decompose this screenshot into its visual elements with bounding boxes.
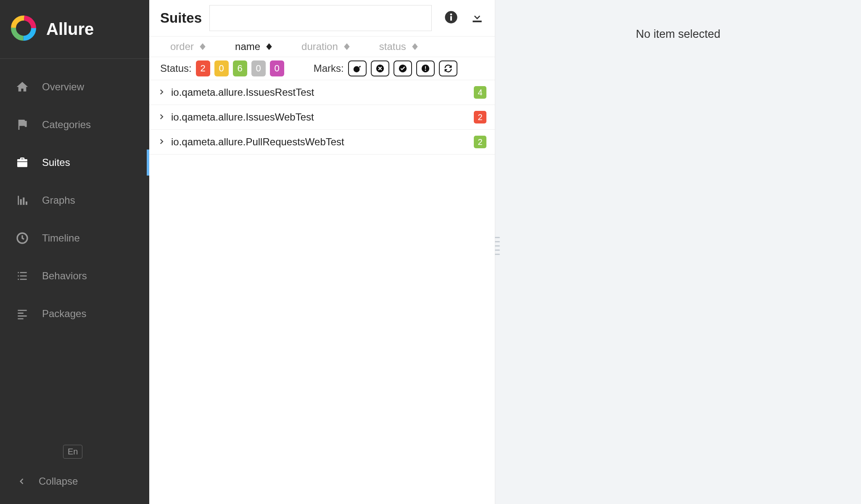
check-circle-icon — [398, 64, 407, 73]
sort-label: duration — [301, 41, 338, 52]
suite-count-badge: 2 — [474, 111, 486, 123]
mark-alert-button[interactable] — [416, 60, 435, 76]
flag-icon — [15, 118, 29, 132]
sort-by-status[interactable]: status — [379, 41, 418, 52]
sidebar-item-label: Categories — [42, 119, 91, 131]
language-selector[interactable]: En — [63, 445, 82, 459]
sort-label: name — [235, 41, 260, 52]
info-icon[interactable] — [444, 10, 458, 26]
bar-chart-icon — [15, 193, 29, 207]
suite-row[interactable]: io.qameta.allure.PullRequestsWebTest 2 — [149, 130, 495, 155]
svg-rect-12 — [425, 66, 426, 69]
svg-point-13 — [425, 70, 426, 71]
sidebar-item-timeline[interactable]: Timeline — [0, 219, 149, 257]
sidebar-item-label: Packages — [42, 308, 86, 320]
sidebar-item-behaviors[interactable]: Behaviors — [0, 257, 149, 295]
chevron-right-icon — [158, 111, 165, 123]
sidebar-item-label: Graphs — [42, 194, 75, 206]
sort-by-order[interactable]: order — [170, 41, 206, 52]
alert-circle-icon — [421, 64, 430, 73]
mark-flaky-button[interactable] — [348, 60, 367, 76]
svg-point-8 — [354, 66, 360, 73]
close-circle-icon — [375, 64, 385, 73]
status-chip-broken[interactable]: 0 — [214, 60, 229, 76]
suite-name: io.qameta.allure.IssuesWebTest — [171, 111, 474, 123]
sort-caret-icon — [200, 43, 206, 50]
brand-logo-icon — [10, 15, 37, 44]
briefcase-icon — [15, 155, 29, 170]
sidebar-item-overview[interactable]: Overview — [0, 68, 149, 106]
sort-label: order — [170, 41, 194, 52]
sidebar-item-packages[interactable]: Packages — [0, 295, 149, 333]
suite-row[interactable]: io.qameta.allure.IssuesWebTest 2 — [149, 105, 495, 130]
mark-retry-button[interactable] — [439, 60, 457, 76]
clock-icon — [15, 231, 29, 245]
chevron-left-icon — [18, 477, 26, 486]
sort-caret-icon — [344, 43, 350, 50]
marks-label: Marks: — [314, 63, 344, 74]
svg-point-6 — [450, 13, 452, 15]
resize-handle-icon[interactable] — [495, 235, 500, 256]
suites-header: Suites — [149, 0, 495, 37]
suite-tree: io.qameta.allure.IssuesRestTest 4 io.qam… — [149, 80, 495, 155]
svg-rect-7 — [450, 16, 452, 21]
sort-row: order name duration status — [149, 37, 495, 57]
sidebar: Allure Overview Categories Suites — [0, 0, 149, 504]
status-label: Status: — [160, 63, 192, 74]
collapse-sidebar-button[interactable]: Collapse — [0, 475, 149, 487]
sidebar-item-label: Behaviors — [42, 270, 87, 282]
sidebar-item-suites[interactable]: Suites — [0, 144, 149, 181]
detail-empty-message: No item selected — [636, 28, 720, 41]
sort-caret-icon — [266, 43, 272, 50]
sort-by-name[interactable]: name — [235, 41, 272, 52]
brand[interactable]: Allure — [0, 0, 149, 59]
status-chip-unknown[interactable]: 0 — [270, 60, 284, 76]
sidebar-item-graphs[interactable]: Graphs — [0, 181, 149, 219]
sidebar-item-categories[interactable]: Categories — [0, 106, 149, 144]
suite-count-badge: 2 — [474, 136, 486, 148]
status-chip-failed[interactable]: 2 — [196, 60, 210, 76]
collapse-label: Collapse — [39, 475, 78, 487]
status-chip-passed[interactable]: 6 — [233, 60, 247, 76]
mark-passed-button[interactable] — [394, 60, 412, 76]
chevron-right-icon — [158, 136, 165, 148]
sort-by-duration[interactable]: duration — [301, 41, 350, 52]
download-icon[interactable] — [470, 10, 484, 26]
suite-name: io.qameta.allure.IssuesRestTest — [171, 87, 474, 98]
suite-name: io.qameta.allure.PullRequestsWebTest — [171, 136, 474, 148]
sidebar-item-label: Timeline — [42, 232, 80, 244]
refresh-icon — [444, 64, 453, 73]
bomb-icon — [353, 64, 362, 73]
nav: Overview Categories Suites Graphs — [0, 59, 149, 333]
search-input[interactable] — [209, 5, 432, 31]
home-icon — [15, 80, 29, 94]
list-icon — [15, 269, 29, 283]
suite-count-badge: 4 — [474, 86, 486, 99]
page-title: Suites — [160, 10, 202, 26]
align-left-icon — [15, 307, 29, 321]
suites-panel: Suites order name duratio — [149, 0, 495, 504]
suite-row[interactable]: io.qameta.allure.IssuesRestTest 4 — [149, 80, 495, 105]
chevron-right-icon — [158, 87, 165, 98]
filter-row: Status: 2 0 6 0 0 Marks: — [149, 57, 495, 80]
sidebar-item-label: Overview — [42, 81, 84, 93]
detail-panel: No item selected — [495, 0, 861, 504]
sidebar-item-label: Suites — [42, 157, 70, 168]
status-chip-skipped[interactable]: 0 — [251, 60, 266, 76]
sort-caret-icon — [412, 43, 418, 50]
brand-name: Allure — [46, 20, 94, 39]
sort-label: status — [379, 41, 406, 52]
mark-failed-button[interactable] — [371, 60, 389, 76]
